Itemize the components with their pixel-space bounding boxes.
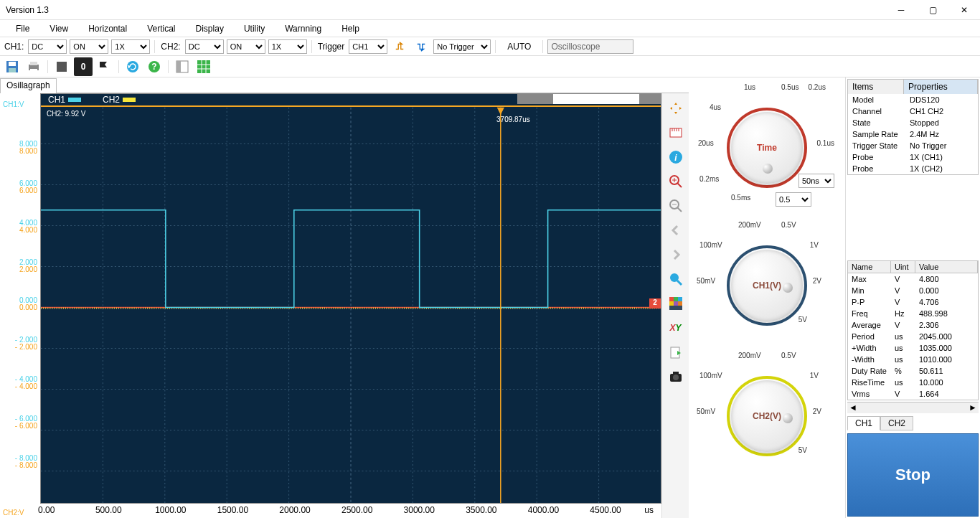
svg-text:?: ?: [151, 62, 156, 72]
menu-view[interactable]: View: [41, 22, 77, 35]
menu-utility[interactable]: Utility: [235, 22, 273, 35]
time-fine-select[interactable]: 50ns: [798, 174, 834, 188]
property-row: Sample Rate2.4M Hz: [848, 128, 978, 140]
svg-rect-48: [678, 301, 682, 306]
separator: [311, 40, 312, 53]
zoom-in-icon[interactable]: [666, 172, 685, 191]
svg-rect-47: [674, 301, 678, 306]
ch2-axis-label: CH2:V: [0, 509, 24, 517]
time-coarse-select[interactable]: 0.5: [776, 192, 811, 207]
ch2-probe-select[interactable]: 1X: [268, 39, 307, 54]
title-bar: Version 1.3 ─ ▢ ✕: [0, 0, 980, 20]
trigger-mode-select[interactable]: No Trigger: [433, 39, 491, 54]
menu-display[interactable]: Display: [187, 22, 232, 35]
separator: [118, 60, 119, 73]
camera-icon[interactable]: [666, 367, 685, 386]
ch1-axis-label: CH1:V: [0, 100, 40, 108]
menu-warning[interactable]: Warnning: [276, 22, 330, 35]
menu-vertical[interactable]: Vertical: [138, 22, 184, 35]
stop-button[interactable]: Stop: [847, 433, 979, 517]
y-axis-labels: CH1:V 8.000 8.000 6.000 6.000 4.000 4.00…: [0, 93, 40, 518]
time-knob-box: Time 1us 0.5us 4us 0.2us 20us 0.1us 0.2m…: [695, 83, 839, 217]
svg-line-40: [677, 207, 682, 212]
export-icon[interactable]: [666, 343, 685, 362]
svg-rect-6: [57, 62, 67, 72]
measurements-table: NameUintValue MaxV4.800MinV0.000P-PV4.70…: [847, 260, 979, 400]
plot-toolbar: i XY: [661, 93, 689, 518]
ch1-state-select[interactable]: ON: [70, 39, 108, 54]
svg-rect-2: [9, 68, 16, 72]
measurement-row: P-PV4.706: [848, 296, 978, 308]
oscilloscope-plot[interactable]: CH1 CH2 CH2: 9.92 V: [40, 93, 661, 504]
tab-oscillograph[interactable]: Osillagraph: [0, 78, 57, 93]
svg-rect-46: [669, 301, 674, 306]
measurement-row: -Widthus1010.000: [848, 354, 978, 365]
time-knob[interactable]: Time: [731, 112, 803, 184]
move-icon[interactable]: [666, 99, 685, 118]
counter-badge[interactable]: 0: [74, 57, 93, 76]
measurement-row: Periodus2045.000: [848, 331, 978, 342]
svg-rect-49: [669, 306, 682, 310]
palette-icon[interactable]: [666, 294, 685, 313]
forward-icon[interactable]: [666, 245, 685, 264]
close-button[interactable]: ✕: [948, 0, 980, 20]
svg-marker-33: [497, 108, 504, 115]
property-row: StateStopped: [848, 117, 978, 128]
svg-rect-1: [9, 62, 16, 66]
auto-button[interactable]: AUTO: [500, 42, 538, 52]
ch2-coupling-select[interactable]: DC: [185, 39, 224, 54]
save-button[interactable]: [3, 57, 22, 76]
layout-button[interactable]: [173, 57, 192, 76]
horizontal-scrollbar[interactable]: ◄►: [847, 402, 979, 413]
menu-help[interactable]: Help: [333, 22, 368, 35]
separator: [495, 40, 496, 53]
trigger-edge-rise-button[interactable]: [390, 37, 409, 56]
menu-bar: File View Horizontal Vertical Display Ut…: [0, 20, 980, 37]
measurement-row: MinV0.000: [848, 285, 978, 296]
minimize-button[interactable]: ─: [885, 0, 917, 20]
property-row: Trigger StateNo Trigger: [848, 140, 978, 151]
property-row: Probe1X (CH2): [848, 163, 978, 174]
flag-button[interactable]: [95, 57, 114, 76]
ch1-knob-box: CH1(V) 200mV 0.5V 100mV 1V 50mV 2V 5V: [695, 221, 839, 347]
ch1-knob[interactable]: CH1(V): [731, 250, 803, 321]
search-icon[interactable]: [666, 270, 685, 288]
tab-ch1[interactable]: CH1: [847, 416, 880, 430]
measurement-row: Duty Rate%50.611: [848, 365, 978, 377]
svg-rect-53: [673, 372, 679, 375]
action-toolbar: 0 ?: [0, 56, 980, 77]
ch1-coupling-select[interactable]: DC: [28, 39, 67, 54]
back-icon[interactable]: [666, 221, 685, 240]
property-row: ChannelCH1 CH2: [848, 105, 978, 117]
refresh-button[interactable]: [123, 57, 142, 76]
svg-rect-5: [30, 69, 37, 72]
separator: [168, 60, 169, 73]
grid-button[interactable]: [194, 57, 213, 76]
separator: [154, 40, 155, 53]
tab-ch2[interactable]: CH2: [880, 416, 913, 430]
info-icon[interactable]: i: [666, 148, 685, 166]
scope-panel: Osillagraph CH1:V 8.000 8.000 6.000 6.00…: [0, 77, 689, 518]
measurement-row: FreqHz488.998: [848, 308, 978, 319]
measurement-row: VrmsV1.664: [848, 388, 978, 400]
svg-rect-11: [176, 61, 181, 72]
trigger-source-select[interactable]: CH1: [349, 39, 387, 54]
stop-icon-button[interactable]: [52, 57, 71, 76]
menu-file[interactable]: File: [7, 22, 38, 35]
device-name-field: [547, 39, 633, 54]
ch2-state-select[interactable]: ON: [227, 39, 265, 54]
xy-icon[interactable]: XY: [666, 319, 685, 337]
ch2-knob-box: CH2(V) 200mV 0.5V 100mV 1V 50mV 2V 5V: [695, 352, 839, 478]
maximize-button[interactable]: ▢: [917, 0, 948, 20]
svg-rect-45: [678, 297, 682, 301]
ch2-marker[interactable]: 2: [649, 298, 661, 309]
menu-horizontal[interactable]: Horizontal: [80, 22, 136, 35]
separator: [542, 40, 543, 53]
ch1-probe-select[interactable]: 1X: [111, 39, 150, 54]
ch2-knob[interactable]: CH2(V): [731, 380, 803, 452]
print-button[interactable]: [24, 57, 43, 76]
zoom-out-icon[interactable]: [666, 197, 685, 215]
help-button[interactable]: ?: [145, 57, 164, 76]
ruler-icon[interactable]: [666, 123, 685, 142]
trigger-edge-fall-button[interactable]: [412, 37, 430, 56]
